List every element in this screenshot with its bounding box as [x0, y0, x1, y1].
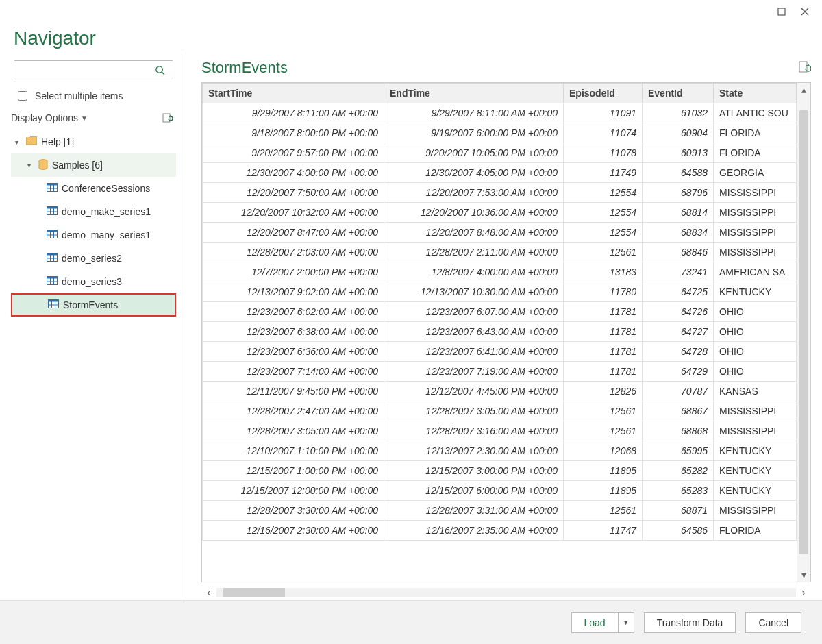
window-maximize-button[interactable] [770, 3, 793, 21]
table-row[interactable]: 12/20/2007 7:50:00 AM +00:0012/20/2007 7… [203, 183, 797, 203]
table-row[interactable]: 12/20/2007 10:32:00 AM +00:0012/20/2007 … [203, 203, 797, 223]
cell-state: FLORIDA [714, 143, 797, 163]
cell-episodeid: 11895 [564, 461, 643, 481]
svg-rect-12 [47, 207, 58, 215]
search-input[interactable] [14, 64, 155, 75]
tree-node-table[interactable]: demo_many_series1 [11, 223, 176, 247]
navigator-sidebar: Select multiple items Display Options ▼ … [5, 53, 182, 600]
table-row[interactable]: 12/13/2007 9:02:00 AM +00:0012/13/2007 1… [203, 282, 797, 302]
column-header[interactable]: EpisodeId [564, 84, 643, 103]
cell-starttime: 12/28/2007 2:47:00 AM +00:00 [203, 401, 384, 421]
svg-line-4 [162, 72, 164, 75]
cell-episodeid: 12826 [564, 382, 643, 401]
table-row[interactable]: 12/28/2007 3:05:00 AM +00:0012/28/2007 3… [203, 421, 797, 441]
horizontal-scrollbar[interactable]: ‹ › [201, 585, 811, 600]
cell-episodeid: 12068 [564, 441, 643, 461]
column-header[interactable]: EndTime [384, 84, 564, 103]
cell-state: OHIO [714, 362, 797, 382]
svg-rect-23 [47, 253, 58, 256]
scroll-down-icon[interactable]: ▾ [797, 568, 810, 582]
svg-rect-27 [47, 277, 58, 285]
table-icon [47, 183, 58, 194]
cell-eventid: 61032 [643, 103, 714, 123]
cell-episodeid: 11078 [564, 143, 643, 163]
column-header[interactable]: State [714, 84, 797, 103]
table-row[interactable]: 9/29/2007 8:11:00 AM +00:009/29/2007 8:1… [203, 103, 797, 123]
table-row[interactable]: 12/15/2007 1:00:00 PM +00:0012/15/2007 3… [203, 461, 797, 481]
cell-state: FLORIDA [714, 521, 797, 541]
transform-data-button[interactable]: Transform Data [644, 612, 736, 633]
cell-episodeid: 11895 [564, 481, 643, 501]
table-row[interactable]: 12/11/2007 9:45:00 PM +00:0012/12/2007 4… [203, 382, 797, 401]
tree-node-help[interactable]: ▾ Help [1] [11, 130, 176, 153]
grid-header-row: StartTime EndTime EpisodeId EventId Stat… [203, 84, 797, 103]
table-row[interactable]: 12/23/2007 6:38:00 AM +00:0012/23/2007 6… [203, 322, 797, 342]
table-row[interactable]: 12/23/2007 7:14:00 AM +00:0012/23/2007 7… [203, 362, 797, 382]
tree-node-table[interactable]: demo_make_series1 [11, 200, 176, 223]
tree-node-table[interactable]: ConferenceSessions [11, 177, 176, 200]
refresh-preview-button[interactable] [799, 60, 811, 76]
scroll-left-icon[interactable]: ‹ [201, 586, 216, 599]
load-dropdown-button[interactable]: ▼ [619, 619, 634, 626]
refresh-tree-button[interactable] [162, 112, 173, 123]
tree-node-samples[interactable]: ▾ Samples [6] [11, 153, 176, 177]
svg-rect-22 [47, 253, 58, 262]
cell-eventid: 65995 [643, 441, 714, 461]
select-multiple-row[interactable]: Select multiple items [11, 88, 176, 112]
table-row[interactable]: 12/7/2007 2:00:00 PM +00:0012/8/2007 4:0… [203, 262, 797, 282]
tree-node-table[interactable]: demo_series3 [11, 270, 176, 293]
tree-node-stormevents[interactable]: StormEvents [11, 293, 176, 317]
preview-grid[interactable]: StartTime EndTime EpisodeId EventId Stat… [202, 83, 797, 582]
tree-node-label: demo_series2 [62, 253, 122, 264]
column-header[interactable]: StartTime [203, 84, 384, 103]
table-row[interactable]: 12/28/2007 2:47:00 AM +00:0012/28/2007 3… [203, 401, 797, 421]
table-row[interactable]: 12/20/2007 8:47:00 AM +00:0012/20/2007 8… [203, 223, 797, 243]
cell-endtime: 12/13/2007 10:30:00 AM +00:00 [384, 282, 564, 302]
table-row[interactable]: 12/28/2007 2:03:00 AM +00:0012/28/2007 2… [203, 243, 797, 262]
cell-episodeid: 12561 [564, 401, 643, 421]
table-row[interactable]: 12/10/2007 1:10:00 PM +00:0012/13/2007 2… [203, 441, 797, 461]
table-row[interactable]: 9/18/2007 8:00:00 PM +00:009/19/2007 6:0… [203, 123, 797, 143]
chevron-down-icon: ▼ [623, 619, 629, 626]
tree-node-table[interactable]: demo_series2 [11, 247, 176, 270]
column-header[interactable]: EventId [643, 84, 714, 103]
cell-eventid: 64588 [643, 163, 714, 183]
window-close-button[interactable] [793, 3, 817, 21]
cell-episodeid: 12561 [564, 243, 643, 262]
cell-starttime: 12/10/2007 1:10:00 PM +00:00 [203, 441, 384, 461]
search-icon[interactable] [155, 65, 173, 75]
cell-eventid: 68846 [643, 243, 714, 262]
cell-eventid: 68871 [643, 501, 714, 521]
scrollbar-thumb[interactable] [223, 588, 285, 597]
table-row[interactable]: 12/28/2007 3:30:00 AM +00:0012/28/2007 3… [203, 501, 797, 521]
cell-endtime: 12/28/2007 3:31:00 AM +00:00 [384, 501, 564, 521]
display-options-dropdown[interactable]: Display Options ▼ [11, 112, 88, 123]
cell-state: KANSAS [714, 382, 797, 401]
table-row[interactable]: 9/20/2007 9:57:00 PM +00:009/20/2007 10:… [203, 143, 797, 163]
tree-node-label: ConferenceSessions [62, 183, 150, 194]
table-icon [47, 206, 58, 217]
svg-rect-0 [778, 8, 785, 15]
table-row[interactable]: 12/23/2007 6:36:00 AM +00:0012/23/2007 6… [203, 342, 797, 362]
cell-endtime: 12/23/2007 7:19:00 AM +00:00 [384, 362, 564, 382]
cancel-button[interactable]: Cancel [745, 612, 801, 633]
load-button-label[interactable]: Load [572, 613, 619, 632]
cell-eventid: 73241 [643, 262, 714, 282]
cell-episodeid: 11781 [564, 322, 643, 342]
vertical-scrollbar[interactable]: ▴ ▾ [797, 83, 810, 582]
table-row[interactable]: 12/30/2007 4:00:00 PM +00:0012/30/2007 4… [203, 163, 797, 183]
table-row[interactable]: 12/16/2007 2:30:00 AM +00:0012/16/2007 2… [203, 521, 797, 541]
cell-endtime: 12/16/2007 2:35:00 AM +00:00 [384, 521, 564, 541]
table-row[interactable]: 12/23/2007 6:02:00 AM +00:0012/23/2007 6… [203, 302, 797, 322]
cell-state: MISSISSIPPI [714, 223, 797, 243]
scrollbar-thumb[interactable] [799, 110, 808, 554]
cell-episodeid: 11747 [564, 521, 643, 541]
select-multiple-checkbox[interactable] [18, 91, 27, 101]
search-box[interactable] [14, 60, 173, 79]
load-button[interactable]: Load ▼ [571, 612, 634, 633]
cell-eventid: 64725 [643, 282, 714, 302]
table-row[interactable]: 12/15/2007 12:00:00 PM +00:0012/15/2007 … [203, 481, 797, 501]
scroll-right-icon[interactable]: › [796, 586, 811, 599]
scroll-up-icon[interactable]: ▴ [797, 83, 810, 97]
cell-starttime: 12/23/2007 6:36:00 AM +00:00 [203, 342, 384, 362]
